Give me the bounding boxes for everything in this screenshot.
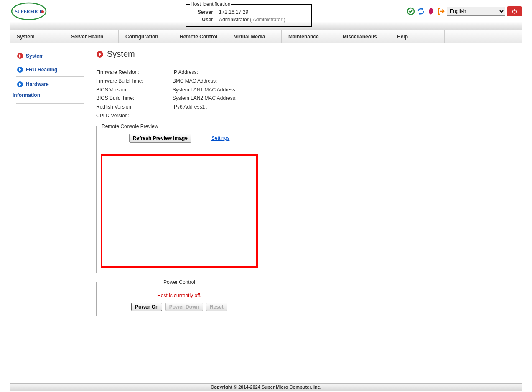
main-menu: System Server Health Configuration Remot… bbox=[10, 30, 522, 43]
info-col-right: IP Address: BMC MAC Address: System LAN1… bbox=[173, 68, 237, 120]
menu-configuration[interactable]: Configuration bbox=[119, 30, 173, 43]
info-col-left: Firmware Revision: Firmware Build Time: … bbox=[96, 68, 143, 120]
arrow-right-icon bbox=[17, 66, 23, 73]
page-title-text: System bbox=[107, 49, 135, 59]
host-id-legend: Host Identification bbox=[190, 1, 231, 7]
sidebar-item-label-line2: Information bbox=[13, 91, 79, 99]
host-identification-box: Host Identification Server: 172.16.17.29… bbox=[186, 1, 312, 27]
info-label: System LAN1 MAC Address: bbox=[173, 86, 237, 94]
menu-maintenance[interactable]: Maintenance bbox=[282, 30, 336, 43]
arrow-right-icon bbox=[17, 53, 23, 59]
sidebar-item-fru-reading[interactable]: FRU Reading bbox=[16, 63, 84, 77]
menu-help[interactable]: Help bbox=[390, 30, 445, 43]
power-down-button: Power Down bbox=[165, 303, 203, 311]
header-actions: English bbox=[407, 6, 522, 16]
server-label: Server: bbox=[191, 9, 216, 15]
user-value: Administrator bbox=[219, 17, 249, 23]
reset-button: Reset bbox=[206, 303, 227, 311]
sidebar-item-label: System bbox=[26, 53, 44, 59]
menu-virtual-media[interactable]: Virtual Media bbox=[227, 30, 282, 43]
arrow-right-icon bbox=[17, 81, 23, 88]
info-label: Firmware Revision: bbox=[96, 68, 143, 77]
page-title: System bbox=[96, 49, 522, 59]
info-label: Redfish Version: bbox=[96, 103, 143, 111]
language-select[interactable]: English bbox=[447, 7, 505, 16]
user-label: User: bbox=[191, 16, 216, 23]
info-label: CPLD Version: bbox=[96, 111, 143, 120]
console-preview-area[interactable] bbox=[101, 154, 258, 268]
info-label: System LAN2 MAC Address: bbox=[173, 94, 237, 103]
svg-text:SUPERMICR: SUPERMICR bbox=[15, 9, 43, 14]
info-label: Firmware Build Time: bbox=[96, 77, 143, 86]
sidebar-item-label: FRU Reading bbox=[26, 67, 57, 73]
info-label: IP Address: bbox=[173, 68, 237, 77]
power-control-box: Power Control Host is currently off. Pow… bbox=[96, 279, 262, 316]
menu-server-health[interactable]: Server Health bbox=[64, 30, 119, 43]
server-value: 172.16.17.29 bbox=[217, 9, 287, 15]
power-on-button[interactable]: Power On bbox=[131, 303, 162, 311]
info-label: BIOS Version: bbox=[96, 86, 143, 94]
system-info: Firmware Revision: Firmware Build Time: … bbox=[96, 68, 522, 120]
sidebar-item-hardware-information[interactable]: Hardware Information bbox=[16, 77, 84, 104]
eco-icon[interactable] bbox=[427, 7, 435, 15]
console-settings-link[interactable]: Settings bbox=[211, 135, 229, 141]
user-role: ( Administrator ) bbox=[250, 17, 285, 23]
menu-remote-control[interactable]: Remote Control bbox=[173, 30, 227, 43]
sidebar: System FRU Reading Hardware Information bbox=[10, 43, 86, 379]
info-label: IPv6 Address1 : bbox=[173, 103, 237, 111]
content: System Firmware Revision: Firmware Build… bbox=[86, 43, 522, 379]
header: SUPERMICR Host Identification Server: 17… bbox=[10, 0, 522, 22]
footer-text: Copyright © 2014-2024 Super Micro Comput… bbox=[211, 384, 321, 389]
info-label: BIOS Build Time: bbox=[96, 94, 143, 103]
logo[interactable]: SUPERMICR bbox=[10, 1, 48, 22]
sidebar-item-system[interactable]: System bbox=[16, 49, 84, 63]
menu-system[interactable]: System bbox=[10, 30, 64, 43]
remote-console-preview-box: Remote Console Preview Refresh Preview I… bbox=[96, 124, 262, 273]
sidebar-item-label: Hardware bbox=[26, 80, 49, 89]
svg-point-2 bbox=[41, 10, 44, 13]
info-label: BMC MAC Address: bbox=[173, 77, 237, 86]
refresh-preview-button[interactable]: Refresh Preview Image bbox=[129, 134, 191, 143]
arrow-right-icon bbox=[96, 51, 104, 58]
status-ok-icon[interactable] bbox=[407, 7, 415, 15]
console-legend: Remote Console Preview bbox=[101, 124, 159, 129]
header-power-button[interactable] bbox=[507, 6, 522, 16]
host-status-text: Host is currently off. bbox=[101, 293, 258, 298]
logout-icon[interactable] bbox=[437, 7, 445, 15]
menu-miscellaneous[interactable]: Miscellaneous bbox=[336, 30, 390, 43]
power-legend: Power Control bbox=[163, 279, 196, 285]
refresh-icon[interactable] bbox=[417, 7, 425, 15]
footer: Copyright © 2014-2024 Super Micro Comput… bbox=[10, 383, 522, 391]
